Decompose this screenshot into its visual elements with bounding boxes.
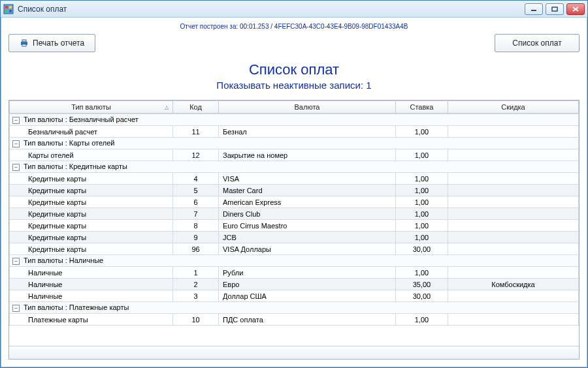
cell-discount [448, 267, 578, 279]
cell-discount [448, 208, 578, 220]
collapse-icon[interactable]: − [12, 305, 20, 312]
cell-discount [448, 290, 578, 302]
table-row[interactable]: Кредитные карты9JCB1,00 [10, 232, 579, 243]
table-row[interactable]: Кредитные карты4VISA1,00 [10, 173, 579, 185]
cell-currency: Euro Cirrus Maestro [219, 220, 396, 232]
table-row[interactable]: Наличные1Рубли1,00 [10, 267, 579, 279]
cell-currency: Доллар США [219, 290, 396, 302]
cell-code: 7 [173, 208, 219, 220]
cell-code: 6 [173, 196, 219, 208]
cell-type: Кредитные карты [10, 232, 173, 243]
minimize-button[interactable] [525, 3, 543, 15]
column-header-code[interactable]: Код [173, 101, 219, 114]
cell-rate: 1,00 [395, 196, 448, 208]
svg-rect-3 [5, 10, 8, 12]
cell-discount [448, 232, 578, 243]
cell-code: 8 [173, 220, 219, 232]
cell-discount [448, 243, 578, 255]
table-row[interactable]: Кредитные карты8Euro Cirrus Maestro1,00 [10, 220, 579, 232]
table-row[interactable]: Безналичный расчет11Безнал1,00 [10, 126, 579, 138]
column-header-currency[interactable]: Валюта [219, 101, 396, 114]
table-row[interactable]: Платежные карты10ПДС оплата1,00 [10, 314, 579, 326]
svg-rect-4 [9, 10, 12, 12]
cell-currency: JCB [219, 232, 396, 243]
cell-currency: Безнал [219, 126, 396, 138]
cell-type: Кредитные карты [10, 185, 173, 196]
svg-rect-2 [9, 6, 12, 8]
cell-type: Кредитные карты [10, 220, 173, 232]
cell-type: Кредитные карты [10, 243, 173, 255]
cell-type: Кредитные карты [10, 196, 173, 208]
table-row[interactable]: Кредитные карты96VISA Доллары30,00 [10, 243, 579, 255]
table-row[interactable]: Наличные2Евро35,00Комбоскидка [10, 279, 579, 290]
table-row[interactable]: Кредитные карты6American Express1,00 [10, 196, 579, 208]
cell-type: Наличные [10, 267, 173, 279]
cell-type: Карты отелей [10, 149, 173, 161]
cell-code: 9 [173, 232, 219, 243]
cell-code: 2 [173, 279, 219, 290]
cell-currency: Master Card [219, 185, 396, 196]
cell-rate: 30,00 [395, 290, 448, 302]
cell-discount [448, 185, 578, 196]
cell-code: 4 [173, 173, 219, 185]
cell-discount [448, 220, 578, 232]
cell-type: Наличные [10, 279, 173, 290]
window-title: Список оплат [18, 5, 525, 14]
cell-code: 1 [173, 267, 219, 279]
cell-rate: 1,00 [395, 314, 448, 326]
cell-discount: Комбоскидка [448, 279, 578, 290]
group-label: Тип валюты : Наличные [24, 256, 103, 264]
cell-rate: 1,00 [395, 126, 448, 138]
cell-currency: Рубли [219, 267, 396, 279]
table-row[interactable]: Наличные3Доллар США30,00 [10, 290, 579, 302]
cell-currency: VISA Доллары [219, 243, 396, 255]
column-header-type[interactable]: Тип валюты △ [10, 101, 173, 114]
cell-rate: 1,00 [395, 173, 448, 185]
cell-code: 96 [173, 243, 219, 255]
collapse-icon[interactable]: − [12, 117, 20, 124]
collapse-icon[interactable]: − [12, 258, 20, 265]
table-row[interactable]: Карты отелей12Закрытие на номер1,00 [10, 149, 579, 161]
column-header-rate[interactable]: Ставка [396, 101, 448, 114]
cell-rate: 35,00 [395, 279, 448, 290]
table-row[interactable]: Кредитные карты5Master Card1,00 [10, 185, 579, 196]
cell-discount [448, 314, 578, 326]
print-report-button[interactable]: Печать отчета [8, 34, 95, 52]
cell-type: Безналичный расчет [10, 126, 173, 138]
svg-rect-11 [22, 44, 26, 46]
cell-code: 5 [173, 185, 219, 196]
cell-type: Наличные [10, 290, 173, 302]
printer-icon [20, 38, 29, 48]
collapse-icon[interactable]: − [12, 164, 20, 171]
cell-rate: 1,00 [395, 267, 448, 279]
cell-code: 10 [173, 314, 219, 326]
cell-type: Кредитные карты [10, 173, 173, 185]
group-row[interactable]: −Тип валюты : Безналичный расчет [10, 114, 579, 126]
payments-list-button[interactable]: Список оплат [495, 34, 580, 52]
cell-discount [448, 126, 578, 138]
collapse-icon[interactable]: − [12, 140, 20, 147]
group-row[interactable]: −Тип валюты : Кредитные карты [10, 161, 579, 173]
page-subtitle: Показывать неактивные записи: 1 [8, 80, 580, 91]
sort-asc-icon: △ [165, 104, 169, 110]
group-row[interactable]: −Тип валюты : Платежные карты [10, 302, 579, 314]
svg-rect-10 [22, 40, 26, 42]
table-row[interactable]: Кредитные карты7Diners Club1,00 [10, 208, 579, 220]
group-row[interactable]: −Тип валюты : Наличные [10, 255, 579, 267]
app-window: Список оплат Отчет построен за: 00:01.25… [0, 0, 588, 368]
grid-footer [9, 346, 579, 359]
svg-rect-1 [5, 6, 8, 8]
cell-discount [448, 149, 578, 161]
app-icon [3, 4, 14, 14]
page-title: Список оплат [8, 61, 580, 78]
cell-code: 11 [173, 126, 219, 138]
titlebar[interactable]: Список оплат [1, 1, 587, 18]
maximize-button[interactable] [546, 3, 564, 15]
report-info: Отчет построен за: 00:01.253 / 4FEFC30A-… [8, 23, 580, 30]
cell-rate: 1,00 [395, 149, 448, 161]
cell-currency: American Express [219, 196, 396, 208]
close-button[interactable] [566, 3, 585, 15]
group-row[interactable]: −Тип валюты : Карты отелей [10, 138, 579, 149]
cell-rate: 1,00 [395, 220, 448, 232]
column-header-discount[interactable]: Скидка [448, 101, 579, 114]
